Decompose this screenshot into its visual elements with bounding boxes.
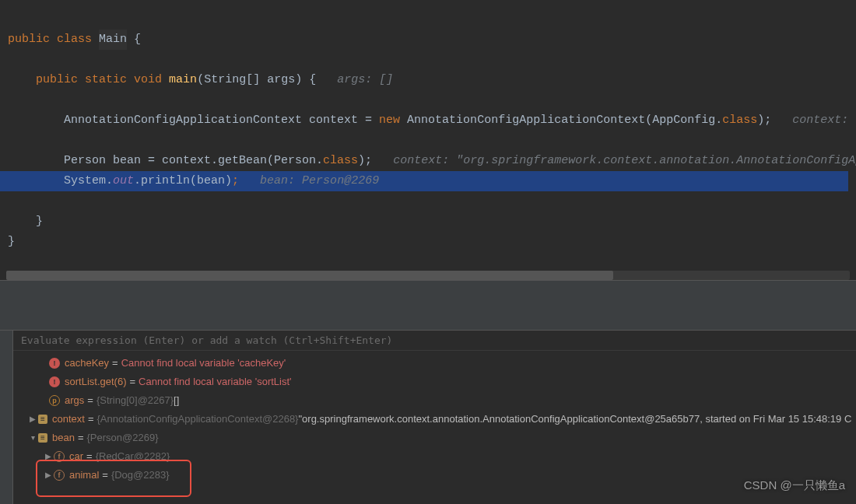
code-text: System. — [64, 174, 113, 187]
scrollbar-thumb[interactable] — [6, 271, 613, 280]
kw-public: public — [8, 33, 50, 46]
code-content: public class Main { public static void m… — [0, 0, 856, 280]
var-name: sortList.get(6) — [65, 373, 126, 391]
kw-public: public — [36, 73, 78, 86]
field-icon: f — [54, 451, 65, 462]
variables-tree[interactable]: ▶ ! cacheKey = Cannot find local variabl… — [13, 351, 856, 488]
code-text: Person bean = context.getBean(Person. — [64, 154, 323, 167]
watermark: CSDN @一只懒鱼a — [744, 478, 845, 493]
var-type: {AnnotationConfigApplicationContext@2268… — [97, 410, 299, 429]
semi: ); — [358, 154, 372, 167]
variable-row-context[interactable]: ▶ context = {AnnotationConfigApplication… — [13, 410, 856, 429]
var-name: context — [52, 410, 85, 429]
inline-hint: args: [] — [337, 73, 393, 86]
brace: { — [127, 33, 141, 46]
var-type: {String[0]@2267} — [96, 391, 174, 410]
class-name: Main — [99, 30, 127, 50]
inline-hint: bean: Person@2269 — [260, 174, 379, 187]
variable-row-car[interactable]: ▶ f car = {RedCar@2282} — [13, 447, 856, 466]
brace: } — [36, 215, 43, 228]
variable-row-cachekey[interactable]: ▶ ! cacheKey = Cannot find local variabl… — [13, 354, 856, 373]
brace: } — [8, 235, 15, 248]
debug-gutter — [0, 331, 13, 504]
equals: = — [86, 447, 93, 466]
variable-row-bean[interactable]: ▾ bean = {Person@2269} — [13, 429, 856, 447]
var-type: {Dog@2283} — [111, 466, 170, 485]
kw-void: void — [134, 73, 162, 86]
panel-divider[interactable] — [0, 280, 856, 331]
error-icon: ! — [49, 358, 60, 369]
var-type: {Person@2269} — [87, 429, 159, 447]
code-text: AnnotationConfigApplicationContext conte… — [64, 114, 379, 127]
equals: = — [78, 429, 84, 447]
inline-hint: context: " — [792, 114, 856, 127]
error-icon: ! — [49, 376, 60, 387]
debug-panel: Evaluate expression (Enter) or add a wat… — [0, 331, 856, 504]
param-icon: p — [49, 395, 60, 406]
code-text: .println(bean) — [134, 174, 232, 187]
expand-icon[interactable]: ▶ — [27, 410, 38, 429]
object-icon — [38, 415, 47, 424]
var-name: bean — [52, 429, 75, 447]
var-type: {RedCar@2282} — [96, 447, 170, 466]
inline-hint: context: "org.springframework.context.an… — [393, 154, 856, 167]
collapse-icon[interactable]: ▾ — [27, 429, 38, 447]
semi: ); — [757, 114, 771, 127]
object-icon — [38, 433, 47, 443]
kw-new: new — [379, 114, 400, 127]
var-name: animal — [69, 466, 99, 485]
kw-class-ref: class — [323, 154, 358, 167]
var-value: [] — [174, 391, 179, 410]
semi: ; — [232, 174, 239, 187]
expand-icon[interactable]: ▶ — [43, 466, 54, 485]
field-out: out — [113, 174, 134, 187]
var-name: car — [69, 447, 83, 466]
var-name: cacheKey — [65, 354, 109, 373]
variable-row-args[interactable]: ▶ p args = {String[0]@2267} [] — [13, 391, 856, 410]
horizontal-scrollbar[interactable] — [6, 271, 850, 280]
var-error: Cannot find local variable 'cacheKey' — [121, 354, 286, 373]
field-icon: f — [54, 470, 65, 481]
variable-row-animal[interactable]: ▶ f animal = {Dog@2283} — [13, 466, 856, 485]
evaluate-expression-input[interactable]: Evaluate expression (Enter) or add a wat… — [13, 331, 856, 351]
equals: = — [129, 373, 135, 391]
kw-class-ref: class — [722, 114, 757, 127]
var-error: Cannot find local variable 'sortList' — [139, 373, 291, 391]
equals: = — [112, 354, 118, 373]
code-editor[interactable]: public class Main { public static void m… — [0, 0, 856, 280]
kw-class: class — [57, 33, 92, 46]
expand-icon[interactable]: ▶ — [43, 447, 54, 466]
kw-static: static — [85, 73, 127, 86]
equals: = — [88, 410, 94, 429]
equals: = — [102, 466, 108, 485]
var-name: args — [65, 391, 84, 410]
current-execution-line: System.out.println(bean); bean: Person@2… — [0, 171, 848, 191]
code-ctor: AnnotationConfigApplicationContext(AppCo… — [400, 114, 722, 127]
equals: = — [87, 391, 93, 410]
variable-row-sortlist[interactable]: ▶ ! sortList.get(6) = Cannot find local … — [13, 373, 856, 391]
method-main: main — [169, 73, 197, 86]
var-value: "org.springframework.context.annotation.… — [298, 410, 851, 429]
main-sig: (String[] args) { — [197, 73, 316, 86]
